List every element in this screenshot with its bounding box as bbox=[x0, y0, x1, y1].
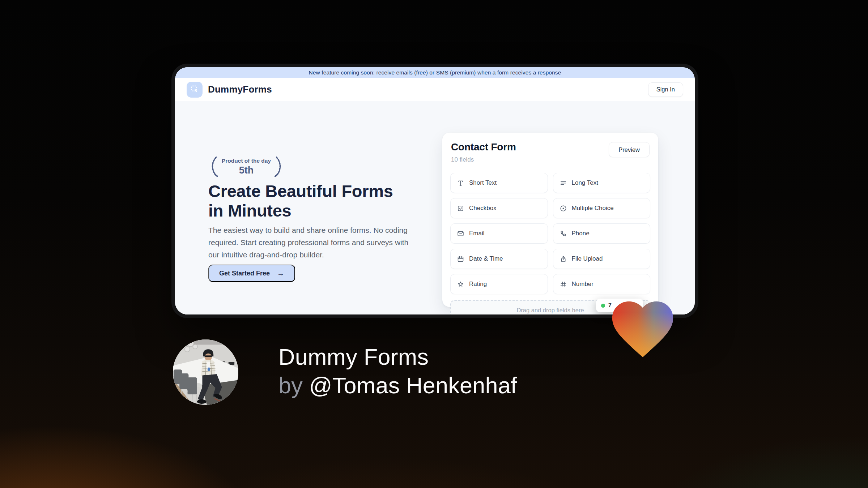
byline-prefix: by bbox=[278, 373, 309, 398]
field-type-long-text[interactable]: Long Text bbox=[553, 173, 651, 193]
star-icon bbox=[457, 281, 464, 288]
drag-select-cursor-icon bbox=[190, 84, 199, 95]
field-type-short-text[interactable]: Short Text bbox=[450, 173, 548, 193]
badge-text: Product of the day 5th bbox=[222, 158, 271, 176]
avatar-photo bbox=[173, 339, 238, 405]
phone-icon bbox=[559, 230, 567, 237]
form-builder-card: Contact Form 10 fields Preview Short Tex… bbox=[442, 133, 658, 307]
long-text-icon bbox=[559, 179, 567, 187]
hero-heading: Create Beautiful Forms in Minutes bbox=[208, 181, 405, 220]
hero-section: Product of the day 5th Create Beautiful … bbox=[175, 101, 695, 314]
dropzone-text: Drag and drop fields here bbox=[516, 307, 584, 314]
brand-name: DummyForms bbox=[208, 84, 272, 95]
browser-mockup: New feature coming soon: receive emails … bbox=[175, 67, 695, 314]
avatar bbox=[173, 339, 238, 405]
hero-description: The easiest way to build and share onlin… bbox=[208, 224, 417, 261]
calendar-icon bbox=[457, 255, 464, 263]
checkbox-icon bbox=[457, 205, 464, 212]
caption: Dummy Forms by @Tomas Henkenhaf bbox=[278, 343, 517, 400]
announcement-text: New feature coming soon: receive emails … bbox=[309, 69, 561, 76]
field-label: Multiple Choice bbox=[572, 205, 614, 212]
hash-icon bbox=[559, 281, 567, 288]
caption-byline: by @Tomas Henkenhaf bbox=[278, 371, 517, 400]
field-label: Rating bbox=[469, 281, 487, 288]
field-label: File Upload bbox=[572, 255, 603, 262]
field-label: Number bbox=[572, 281, 593, 288]
field-label: Email bbox=[469, 230, 485, 237]
byline-name: @Tomas Henkenhaf bbox=[309, 373, 517, 398]
app-logo[interactable] bbox=[187, 82, 203, 98]
field-type-upload[interactable]: File Upload bbox=[553, 249, 651, 269]
laurel-left-icon bbox=[208, 155, 218, 178]
field-type-checkbox[interactable]: Checkbox bbox=[450, 198, 548, 218]
email-icon bbox=[457, 230, 464, 237]
field-type-grid: Short TextLong TextCheckboxMultiple Choi… bbox=[450, 173, 650, 294]
status-dot-icon bbox=[601, 304, 605, 308]
laurel-right-icon bbox=[275, 155, 284, 178]
field-label: Long Text bbox=[572, 179, 598, 187]
field-type-email[interactable]: Email bbox=[450, 223, 548, 244]
heart-icon bbox=[606, 291, 679, 360]
form-card-titles: Contact Form 10 fields bbox=[451, 141, 516, 163]
product-of-day-badge: Product of the day 5th bbox=[208, 155, 284, 178]
cta-label: Get Started Free bbox=[219, 270, 270, 277]
badge-rank: 5th bbox=[222, 165, 271, 176]
field-type-star[interactable]: Rating bbox=[450, 274, 548, 294]
field-label: Short Text bbox=[469, 179, 497, 187]
radio-icon bbox=[559, 205, 567, 212]
short-text-icon bbox=[457, 179, 464, 187]
field-label: Date & Time bbox=[469, 255, 503, 262]
preview-button[interactable]: Preview bbox=[609, 142, 650, 157]
form-title: Contact Form bbox=[451, 141, 516, 153]
field-label: Checkbox bbox=[469, 205, 497, 212]
arrow-right-icon: → bbox=[277, 269, 284, 278]
sign-in-button[interactable]: Sign In bbox=[648, 82, 683, 97]
field-type-calendar[interactable]: Date & Time bbox=[450, 249, 548, 269]
field-type-phone[interactable]: Phone bbox=[553, 223, 651, 244]
caption-title: Dummy Forms bbox=[278, 343, 517, 371]
badge-title: Product of the day bbox=[222, 158, 271, 164]
form-card-header: Contact Form 10 fields Preview bbox=[450, 141, 650, 163]
upload-icon bbox=[559, 255, 567, 263]
get-started-button[interactable]: Get Started Free → bbox=[208, 265, 295, 282]
announcement-banner: New feature coming soon: receive emails … bbox=[175, 67, 695, 78]
field-label: Phone bbox=[572, 230, 590, 237]
app-header: DummyForms Sign In bbox=[175, 78, 695, 101]
form-field-count: 10 fields bbox=[451, 156, 516, 163]
field-type-radio[interactable]: Multiple Choice bbox=[553, 198, 651, 218]
